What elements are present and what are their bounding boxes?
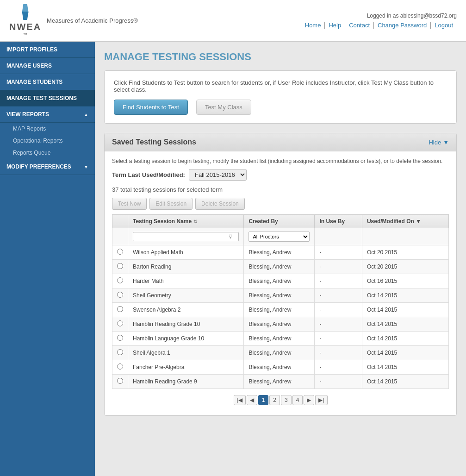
row-created-by: Blessing, Andrew [244,288,315,303]
filter-modified-col [362,228,448,245]
row-session-name: Sheil Algebra 1 [128,346,244,360]
nav-logout[interactable]: Logout [431,22,457,29]
top-nav: Home Help Contact Change Password Logout [301,22,457,29]
info-buttons: Find Students to Test Test My Class [114,100,447,115]
proctor-select[interactable]: All Proctors [249,232,310,242]
logo-tm: ™ [23,32,27,37]
row-used-modified: Oct 16 2015 [362,274,448,288]
filter-radio-col [112,228,128,245]
sessions-content: Select a testing session to begin testin… [105,151,456,415]
row-created-by: Blessing, Andrew [244,346,315,360]
sidebar-item-manage-test-sessions[interactable]: Manage Test Sessions [0,90,95,106]
info-box: Click Find Students to Test button to se… [104,70,457,124]
table-row: Sheil Algebra 1 Blessing, Andrew - Oct 1… [112,346,449,360]
row-used-modified: Oct 14 2015 [362,303,448,317]
row-radio[interactable] [117,249,123,255]
page-1-button[interactable]: 1 [258,395,269,405]
chevron-down-icon: ▼ [443,139,449,146]
sessions-tbody: Wilson Applied Math Blessing, Andrew - O… [112,245,449,389]
find-students-button[interactable]: Find Students to Test [114,100,188,115]
page-next-button[interactable]: ▶ [304,395,314,405]
nav-help[interactable]: Help [325,22,345,29]
table-row: Barton Reading Blessing, Andrew - Oct 20… [112,260,449,274]
delete-session-button[interactable]: Delete Session [195,198,245,210]
row-used-modified: Oct 20 2015 [362,260,448,274]
nav-home[interactable]: Home [301,22,325,29]
filter-created-by-cell: All Proctors [244,228,315,245]
row-radio[interactable] [117,263,123,269]
sidebar-item-view-reports[interactable]: View Reports ▲ [0,106,95,123]
th-created-by: Created By [244,215,315,228]
chevron-up-icon: ▲ [84,112,88,117]
row-session-name: Barton Reading [128,260,244,274]
top-right: Logged in as ablessing@bssd72.org Home H… [301,13,457,29]
test-now-button[interactable]: Test Now [112,198,147,210]
nav-contact[interactable]: Contact [345,22,374,29]
sidebar-item-operational-reports[interactable]: Operational Reports [0,135,95,147]
filter-icon: ⊽ [229,234,232,240]
table-row: Hamblin Reading Grade 10 Blessing, Andre… [112,317,449,332]
row-radio[interactable] [117,363,123,370]
sidebar-item-manage-users[interactable]: Manage Users [0,58,95,74]
table-row: Hamblin Language Grade 10 Blessing, Andr… [112,332,449,346]
th-select [112,215,128,228]
sessions-header: Saved Testing Sessions Hide ▼ [105,133,456,151]
sidebar-item-reports-queue[interactable]: Reports Queue [0,147,95,159]
pagination: |◀ ◀ 1 2 3 4 ▶ ▶| [112,391,449,409]
row-created-by: Blessing, Andrew [244,317,315,332]
row-in-use-by: - [315,360,362,375]
row-created-by: Blessing, Andrew [244,260,315,274]
sessions-count: 37 total testing sessions for selected t… [112,186,449,193]
row-radio[interactable] [117,378,123,384]
row-used-modified: Oct 20 2015 [362,245,448,260]
page-last-button[interactable]: ▶| [315,395,327,405]
table-row: Hamblin Reading Grade 9 Blessing, Andrew… [112,375,449,389]
page-first-button[interactable]: |◀ [234,395,246,405]
row-in-use-by: - [315,303,362,317]
edit-session-button[interactable]: Edit Session [149,198,193,210]
page-2-button[interactable]: 2 [269,395,280,405]
th-used-modified-on: Used/Modified On ▼ [362,215,448,228]
filter-in-use-col [315,228,362,245]
main-layout: Import Profiles Manage Users Manage Stud… [0,42,466,476]
row-in-use-by: - [315,274,362,288]
page-4-button[interactable]: 4 [292,395,303,405]
nav-change-password[interactable]: Change Password [374,22,431,29]
sessions-table: Testing Session Name ⇅ Created By In Use… [112,214,449,389]
row-in-use-by: - [315,245,362,260]
sidebar-item-manage-students[interactable]: Manage Students [0,74,95,90]
page-prev-button[interactable]: ◀ [247,395,257,405]
table-row: Swenson Algebra 2 Blessing, Andrew - Oct… [112,303,449,317]
sidebar-item-import-profiles[interactable]: Import Profiles [0,42,95,58]
page-3-button[interactable]: 3 [281,395,292,405]
row-session-name: Hamblin Reading Grade 9 [128,375,244,389]
th-testing-session-name: Testing Session Name ⇅ [128,215,244,228]
sidebar-item-modify-preferences[interactable]: Modify Preferences ▼ [0,159,95,175]
row-session-name: Swenson Algebra 2 [128,303,244,317]
row-radio[interactable] [117,349,123,355]
row-radio[interactable] [117,292,123,298]
row-used-modified: Oct 14 2015 [362,375,448,389]
sort-desc-icon: ▼ [416,218,421,225]
row-created-by: Blessing, Andrew [244,274,315,288]
sort-icon[interactable]: ⇅ [193,219,197,224]
sessions-title: Saved Testing Sessions [112,138,196,146]
row-session-name: Hamblin Reading Grade 10 [128,317,244,332]
row-session-name: Fancher Pre-Algebra [128,360,244,375]
row-radio[interactable] [117,277,123,283]
row-radio[interactable] [117,335,123,341]
row-used-modified: Oct 14 2015 [362,332,448,346]
row-radio[interactable] [117,306,123,312]
sessions-box: Saved Testing Sessions Hide ▼ Select a t… [104,133,457,416]
table-row: Harder Math Blessing, Andrew - Oct 16 20… [112,274,449,288]
row-used-modified: Oct 14 2015 [362,360,448,375]
term-select[interactable]: Fall 2015-2016 [189,169,247,181]
row-in-use-by: - [315,346,362,360]
test-my-class-button: Test My Class [196,100,251,115]
logged-in-text: Logged in as ablessing@bssd72.org [301,13,457,19]
hide-button[interactable]: Hide ▼ [429,139,449,146]
filter-name-input[interactable] [133,232,239,241]
sidebar-item-map-reports[interactable]: MAP Reports [0,123,95,135]
row-radio[interactable] [117,320,123,326]
row-in-use-by: - [315,260,362,274]
